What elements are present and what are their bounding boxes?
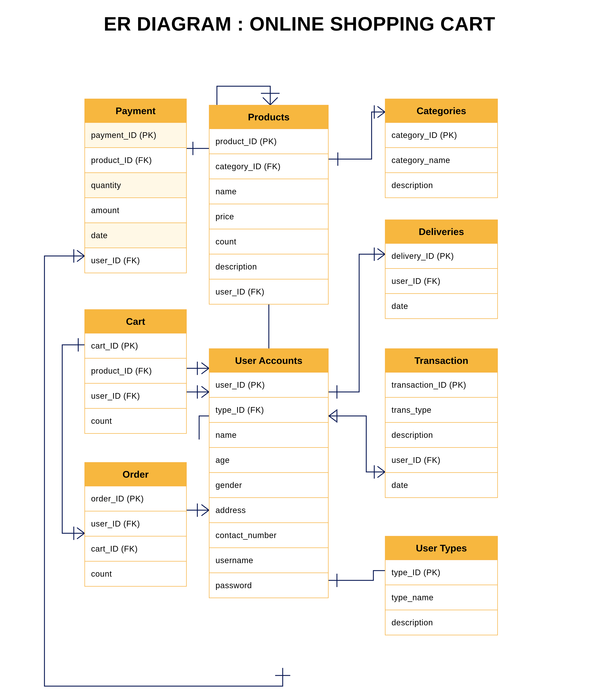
entity-user-accounts-field: address <box>209 498 328 523</box>
entity-cart-field: cart_ID (PK) <box>85 333 186 358</box>
entity-cart: Cart cart_ID (PK) product_ID (FK) user_I… <box>84 309 187 434</box>
entity-payment-field: date <box>85 223 186 248</box>
entity-order: Order order_ID (PK) user_ID (FK) cart_ID… <box>84 462 187 586</box>
er-diagram-canvas: ER DIAGRAM : ONLINE SHOPPING CART <box>0 0 599 700</box>
entity-products: Products product_ID (PK) category_ID (FK… <box>209 105 329 304</box>
entity-user-types-header: User Types <box>385 536 497 560</box>
entity-transaction-field: date <box>385 473 497 497</box>
entity-order-header: Order <box>85 463 186 486</box>
svg-line-5 <box>378 107 385 112</box>
svg-line-22 <box>77 533 84 539</box>
entity-user-types-field: description <box>385 610 497 635</box>
entity-payment: Payment payment_ID (PK) product_ID (FK) … <box>84 99 187 273</box>
svg-line-0 <box>263 98 270 105</box>
entity-deliveries-header: Deliveries <box>385 220 497 244</box>
entity-deliveries-field: delivery_ID (PK) <box>385 244 497 269</box>
entity-order-field: count <box>85 561 186 586</box>
entity-categories-field: category_name <box>385 148 497 173</box>
entity-payment-header: Payment <box>85 99 186 123</box>
entity-transaction-field: transaction_ID (PK) <box>385 373 497 398</box>
svg-line-8 <box>77 251 84 256</box>
entity-payment-field: product_ID (FK) <box>85 148 186 173</box>
entity-order-field: cart_ID (FK) <box>85 536 186 561</box>
entity-cart-field: product_ID (FK) <box>85 358 186 383</box>
entity-categories-header: Categories <box>385 99 497 123</box>
svg-line-12 <box>202 363 209 368</box>
svg-line-21 <box>77 528 84 533</box>
svg-line-30 <box>378 472 385 477</box>
entity-deliveries-field: user_ID (FK) <box>385 269 497 294</box>
entity-payment-field: amount <box>85 198 186 223</box>
svg-line-1 <box>270 98 277 105</box>
svg-line-13 <box>202 368 209 374</box>
entity-user-accounts-field: password <box>209 573 328 598</box>
entity-transaction: Transaction transaction_ID (PK) trans_ty… <box>385 348 498 498</box>
svg-line-25 <box>378 249 385 254</box>
entity-user-accounts-field: age <box>209 448 328 473</box>
svg-line-15 <box>202 386 209 392</box>
entity-products-field: name <box>209 179 328 204</box>
entity-deliveries: Deliveries delivery_ID (PK) user_ID (FK)… <box>385 220 498 319</box>
entity-products-header: Products <box>209 105 328 129</box>
entity-user-accounts-field: type_ID (FK) <box>209 398 328 423</box>
entity-cart-field: user_ID (FK) <box>85 383 186 409</box>
entity-payment-field: user_ID (FK) <box>85 248 186 273</box>
entity-user-accounts-header: User Accounts <box>209 349 328 373</box>
entity-user-types-field: type_ID (PK) <box>385 560 497 585</box>
entity-products-field: product_ID (PK) <box>209 129 328 154</box>
svg-line-9 <box>77 256 84 261</box>
entity-products-field: category_ID (FK) <box>209 154 328 179</box>
diagram-title: ER DIAGRAM : ONLINE SHOPPING CART <box>0 12 599 35</box>
entity-products-field: description <box>209 254 328 279</box>
entity-transaction-field: trans_type <box>385 398 497 423</box>
entity-user-types-field: type_name <box>385 585 497 610</box>
entity-user-accounts-field: username <box>209 548 328 573</box>
entity-transaction-field: description <box>385 423 497 448</box>
entity-transaction-header: Transaction <box>385 349 497 373</box>
entity-deliveries-field: date <box>385 294 497 318</box>
svg-line-34 <box>329 416 336 421</box>
entity-user-accounts-field: contact_number <box>209 523 328 548</box>
entity-cart-header: Cart <box>85 310 186 333</box>
entity-user-types: User Types type_ID (PK) type_name descri… <box>385 536 498 635</box>
entity-products-field: user_ID (FK) <box>209 279 328 304</box>
entity-order-field: order_ID (PK) <box>85 486 186 511</box>
svg-line-33 <box>329 410 336 416</box>
entity-categories-field: description <box>385 173 497 198</box>
svg-line-6 <box>378 112 385 117</box>
svg-line-19 <box>202 510 209 516</box>
entity-payment-field: payment_ID (PK) <box>85 123 186 148</box>
entity-cart-field: count <box>85 409 186 433</box>
entity-payment-field: quantity <box>85 173 186 198</box>
entity-order-field: user_ID (FK) <box>85 511 186 536</box>
entity-user-accounts-field: gender <box>209 473 328 498</box>
entity-products-field: count <box>209 229 328 254</box>
entity-categories-field: category_ID (PK) <box>385 123 497 148</box>
entity-user-accounts: User Accounts user_ID (PK) type_ID (FK) … <box>209 348 329 598</box>
svg-line-29 <box>378 467 385 472</box>
svg-line-26 <box>378 254 385 259</box>
svg-line-16 <box>202 392 209 397</box>
entity-user-accounts-field: name <box>209 423 328 448</box>
svg-line-18 <box>202 505 209 510</box>
entity-categories: Categories category_ID (PK) category_nam… <box>385 99 498 198</box>
entity-products-field: price <box>209 204 328 229</box>
entity-user-accounts-field: user_ID (PK) <box>209 373 328 398</box>
entity-transaction-field: user_ID (FK) <box>385 448 497 473</box>
